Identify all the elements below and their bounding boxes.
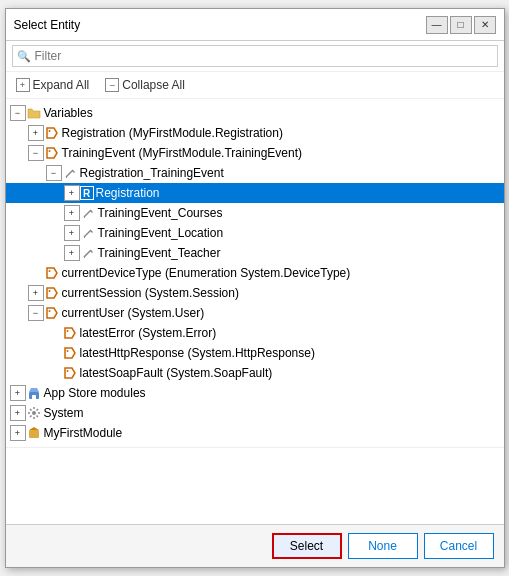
label-currentdevicetype: currentDeviceType (Enumeration System.De… — [62, 266, 351, 280]
svg-rect-31 — [29, 430, 39, 438]
svg-point-3 — [48, 150, 50, 152]
icon-variables — [26, 105, 42, 121]
tree-item-registration-leaf[interactable]: +RRegistration — [6, 183, 504, 203]
expander-registration[interactable]: + — [28, 125, 44, 141]
svg-marker-2 — [47, 148, 57, 158]
svg-marker-0 — [47, 128, 57, 138]
expander-variables[interactable]: − — [10, 105, 26, 121]
tree-item-currentsession[interactable]: +currentSession (System.Session) — [6, 283, 504, 303]
label-variables: Variables — [44, 106, 93, 120]
tree-area[interactable]: −Variables+Registration (MyFirstModule.R… — [6, 99, 504, 448]
expander-appstore[interactable]: + — [10, 385, 26, 401]
svg-marker-22 — [65, 328, 75, 338]
label-trainingevent: TrainingEvent (MyFirstModule.TrainingEve… — [62, 146, 303, 160]
filter-input[interactable] — [35, 49, 493, 63]
expander-trainingevent[interactable]: − — [28, 145, 44, 161]
dialog-title: Select Entity — [14, 18, 81, 32]
label-registration: Registration (MyFirstModule.Registration… — [62, 126, 283, 140]
minimize-button[interactable]: — — [426, 16, 448, 34]
tree-item-trainingevent-location[interactable]: +TrainingEvent_Location — [6, 223, 504, 243]
none-button[interactable]: None — [348, 533, 418, 559]
tree-item-appstore[interactable]: +App Store modules — [6, 383, 504, 403]
label-latestsoapfault: latestSoapFault (System.SoapFault) — [80, 366, 273, 380]
expand-all-icon: + — [16, 78, 30, 92]
svg-line-6 — [66, 177, 67, 178]
svg-marker-26 — [65, 368, 75, 378]
expand-all-label: Expand All — [33, 78, 90, 92]
tree-item-trainingevent-teacher[interactable]: +TrainingEvent_Teacher — [6, 243, 504, 263]
tree-item-trainingevent-courses[interactable]: +TrainingEvent_Courses — [6, 203, 504, 223]
svg-line-13 — [84, 250, 91, 257]
icon-currentuser — [44, 305, 60, 321]
expander-trainingevent-location[interactable]: + — [64, 225, 80, 241]
filter-toolbar: 🔍 — [6, 41, 504, 72]
svg-point-23 — [66, 330, 68, 332]
tree-container: −Variables+Registration (MyFirstModule.R… — [6, 99, 504, 524]
tree-item-registration[interactable]: +Registration (MyFirstModule.Registratio… — [6, 123, 504, 143]
svg-point-25 — [66, 350, 68, 352]
label-latesterror: latestError (System.Error) — [80, 326, 217, 340]
icon-trainingevent — [44, 145, 60, 161]
expander-trainingevent-teacher[interactable]: + — [64, 245, 80, 261]
label-trainingevent-location: TrainingEvent_Location — [98, 226, 224, 240]
svg-line-12 — [84, 237, 85, 238]
tree-item-latesthttpresponse[interactable]: latestHttpResponse (System.HttpResponse) — [6, 343, 504, 363]
icon-system — [26, 405, 42, 421]
label-trainingevent-courses: TrainingEvent_Courses — [98, 206, 223, 220]
cancel-button[interactable]: Cancel — [424, 533, 494, 559]
tree-item-variables[interactable]: −Variables — [6, 103, 504, 123]
svg-line-10 — [84, 230, 91, 237]
icon-latestsoapfault — [62, 365, 78, 381]
footer: Select None Cancel — [6, 524, 504, 567]
icon-currentsession — [44, 285, 60, 301]
expander-myfirstmodule[interactable]: + — [10, 425, 26, 441]
select-button[interactable]: Select — [272, 533, 342, 559]
label-trainingevent-teacher: TrainingEvent_Teacher — [98, 246, 221, 260]
icon-latesterror — [62, 325, 78, 341]
icon-appstore — [26, 385, 42, 401]
expander-currentsession[interactable]: + — [28, 285, 44, 301]
tree-item-reg-trainingevent[interactable]: −Registration_TrainingEvent — [6, 163, 504, 183]
expander-registration-leaf[interactable]: + — [64, 185, 80, 201]
icon-registration — [44, 125, 60, 141]
icon-reg-trainingevent — [62, 165, 78, 181]
svg-marker-16 — [47, 268, 57, 278]
action-bar: + Expand All – Collapse All — [6, 72, 504, 99]
tree-item-latesterror[interactable]: latestError (System.Error) — [6, 323, 504, 343]
svg-point-17 — [48, 270, 50, 272]
label-myfirstmodule: MyFirstModule — [44, 426, 123, 440]
label-appstore: App Store modules — [44, 386, 146, 400]
collapse-all-button[interactable]: – Collapse All — [101, 76, 189, 94]
svg-line-4 — [66, 170, 73, 177]
tree-item-myfirstmodule[interactable]: +MyFirstModule — [6, 423, 504, 443]
tree-item-latestsoapfault[interactable]: latestSoapFault (System.SoapFault) — [6, 363, 504, 383]
label-system: System — [44, 406, 84, 420]
filter-box[interactable]: 🔍 — [12, 45, 498, 67]
label-latesthttpresponse: latestHttpResponse (System.HttpResponse) — [80, 346, 315, 360]
svg-rect-29 — [32, 395, 36, 399]
collapse-all-icon: – — [105, 78, 119, 92]
label-currentuser: currentUser (System.User) — [62, 306, 205, 320]
tree-item-trainingevent[interactable]: −TrainingEvent (MyFirstModule.TrainingEv… — [6, 143, 504, 163]
expander-currentuser[interactable]: − — [28, 305, 44, 321]
svg-line-9 — [84, 217, 85, 218]
select-entity-dialog: Select Entity — □ ✕ 🔍 + Expand All – Col… — [5, 8, 505, 568]
tree-item-system[interactable]: +System — [6, 403, 504, 423]
label-registration-leaf: Registration — [96, 186, 160, 200]
svg-point-30 — [32, 411, 36, 415]
icon-myfirstmodule — [26, 425, 42, 441]
svg-marker-32 — [29, 427, 39, 430]
tree-item-currentdevicetype[interactable]: currentDeviceType (Enumeration System.De… — [6, 263, 504, 283]
icon-currentdevicetype — [44, 265, 60, 281]
svg-marker-20 — [47, 308, 57, 318]
icon-trainingevent-courses — [80, 205, 96, 221]
search-icon: 🔍 — [17, 50, 31, 63]
maximize-button[interactable]: □ — [450, 16, 472, 34]
expander-trainingevent-courses[interactable]: + — [64, 205, 80, 221]
expander-reg-trainingevent[interactable]: − — [46, 165, 62, 181]
close-button[interactable]: ✕ — [474, 16, 496, 34]
expand-all-button[interactable]: + Expand All — [12, 76, 94, 94]
window-controls: — □ ✕ — [426, 16, 496, 34]
expander-system[interactable]: + — [10, 405, 26, 421]
tree-item-currentuser[interactable]: −currentUser (System.User) — [6, 303, 504, 323]
